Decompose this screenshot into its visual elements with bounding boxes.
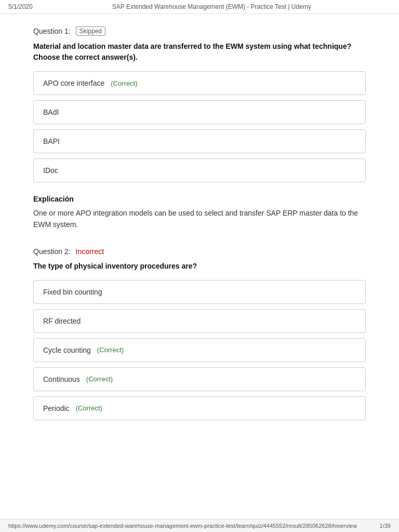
answer-1-1-label: APO core interface (43, 79, 104, 87)
question-1-block: Question 1: Skipped Material and locatio… (33, 26, 366, 231)
browser-title: SAP Extended Warehouse Management (EWM) … (112, 3, 311, 10)
answer-2-3-label: Cycle counting (43, 346, 91, 354)
answer-2-5-correct: (Correct) (76, 404, 102, 412)
question-1-answers: APO core interface (Correct) BAdI BAPI I… (33, 71, 366, 182)
answer-1-1[interactable]: APO core interface (Correct) (33, 71, 366, 95)
answer-2-5[interactable]: Periodic (Correct) (33, 396, 366, 420)
question-1-number: Question 1: (33, 27, 71, 35)
answer-2-4-correct: (Correct) (86, 375, 113, 383)
answer-2-1[interactable]: Fixed bin counting (33, 280, 366, 304)
explanation-1-text: One or more APO integration models can b… (33, 207, 366, 231)
browser-top-bar: 5/1/2020 SAP Extended Warehouse Manageme… (0, 0, 399, 14)
question-2-number: Question 2: (33, 247, 71, 256)
explanation-1-title: Explicación (33, 195, 366, 203)
answer-1-3-label: BAPI (43, 137, 60, 145)
question-2-answers: Fixed bin counting RF directed Cycle cou… (33, 280, 366, 420)
answer-2-3-correct: (Correct) (97, 346, 124, 354)
main-content: Question 1: Skipped Material and locatio… (0, 14, 399, 449)
answer-2-5-label: Periodic (43, 404, 70, 413)
question-1-explanation: Explicación One or more APO integration … (33, 195, 366, 231)
question-1-header: Question 1: Skipped (33, 26, 366, 36)
question-1-badge: Skipped (76, 26, 105, 36)
question-2-block: Question 2: Incorrect The type of physic… (33, 247, 366, 420)
question-2-status: Incorrect (76, 247, 104, 256)
question-2-text: The type of physical inventory procedure… (33, 261, 366, 272)
answer-2-3[interactable]: Cycle counting (Correct) (33, 338, 366, 362)
footer-page: 1/39 (380, 523, 391, 529)
answer-1-2[interactable]: BAdI (33, 100, 366, 124)
question-1-text: Material and location master data are tr… (33, 41, 366, 63)
answer-1-3[interactable]: BAPI (33, 129, 366, 153)
answer-1-4-label: IDoc (43, 166, 58, 175)
answer-2-4[interactable]: Continuous (Correct) (33, 367, 366, 391)
answer-1-2-label: BAdI (43, 108, 59, 116)
answer-2-2-label: RF directed (43, 317, 81, 325)
answer-2-4-label: Continuous (43, 375, 80, 383)
footer-url: https://www.udemy.com/course/sap-extende… (8, 523, 357, 529)
footer-bar: https://www.udemy.com/course/sap-extende… (0, 519, 399, 532)
answer-1-4[interactable]: IDoc (33, 158, 366, 182)
answer-2-2[interactable]: RF directed (33, 309, 366, 333)
question-2-header: Question 2: Incorrect (33, 247, 366, 256)
answer-1-1-correct: (Correct) (111, 79, 137, 87)
browser-date: 5/1/2020 (8, 3, 33, 10)
answer-2-1-label: Fixed bin counting (43, 288, 102, 296)
